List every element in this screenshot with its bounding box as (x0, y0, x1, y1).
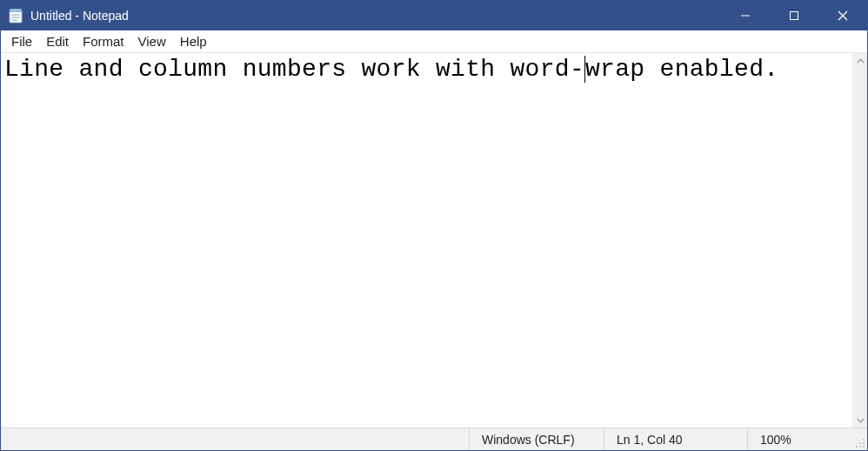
svg-point-16 (863, 446, 865, 448)
svg-point-15 (859, 442, 861, 444)
svg-rect-0 (10, 10, 22, 23)
minimize-button[interactable] (721, 1, 770, 30)
chevron-up-icon[interactable] (853, 53, 867, 68)
window-title: Untitled - Notepad (30, 9, 129, 23)
menu-view[interactable]: View (131, 32, 173, 50)
menu-help[interactable]: Help (173, 32, 214, 50)
svg-point-14 (863, 442, 865, 444)
menu-bar: File Edit Format View Help (1, 30, 867, 53)
close-button[interactable] (818, 1, 867, 30)
svg-point-4 (17, 10, 18, 11)
editor-text-after-caret: wrap enabled. (585, 56, 778, 83)
editor-area: Line and column numbers work with word-w… (1, 53, 867, 427)
svg-point-3 (14, 10, 16, 11)
editor-text-before-caret: Line and column numbers work with word- (4, 56, 584, 83)
notepad-window: Untitled - Notepad File Edit Format View… (0, 0, 868, 451)
resize-grip-icon[interactable] (851, 428, 867, 450)
status-zoom: 100% (747, 428, 851, 450)
status-spacer (1, 428, 469, 450)
title-bar[interactable]: Untitled - Notepad (1, 1, 867, 30)
notepad-icon (8, 8, 23, 24)
svg-rect-10 (791, 12, 798, 20)
maximize-button[interactable] (770, 1, 818, 30)
menu-file[interactable]: File (4, 32, 39, 50)
status-encoding-text: Windows (CRLF) (482, 433, 575, 447)
status-bar: Windows (CRLF) Ln 1, Col 40 100% (1, 427, 867, 450)
status-position-text: Ln 1, Col 40 (617, 433, 683, 447)
svg-point-18 (856, 446, 858, 448)
text-editor[interactable]: Line and column numbers work with word-w… (1, 53, 852, 427)
vertical-scrollbar[interactable] (852, 53, 867, 427)
status-cursor-position: Ln 1, Col 40 (604, 428, 747, 450)
menu-edit[interactable]: Edit (39, 32, 76, 50)
svg-point-2 (11, 10, 13, 11)
svg-point-5 (19, 10, 21, 11)
status-zoom-text: 100% (760, 433, 791, 447)
status-line-ending: Windows (CRLF) (469, 428, 604, 450)
svg-point-13 (863, 439, 865, 441)
chevron-down-icon[interactable] (853, 413, 867, 427)
svg-point-17 (859, 446, 861, 448)
menu-format[interactable]: Format (76, 32, 131, 50)
